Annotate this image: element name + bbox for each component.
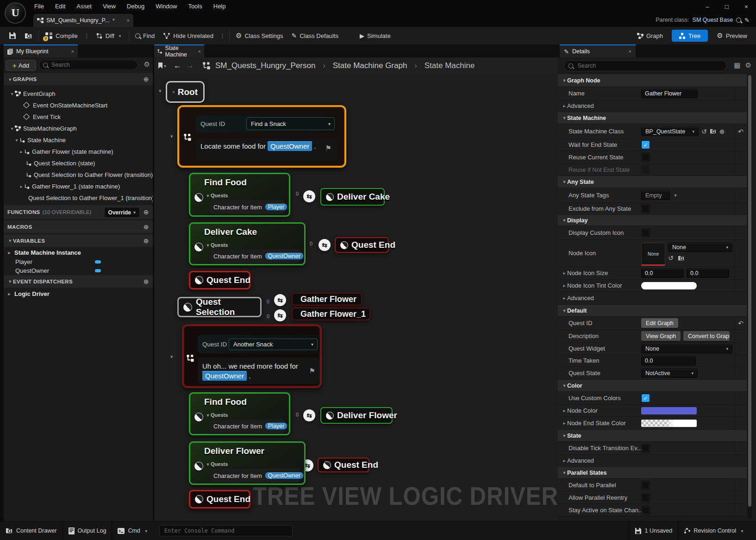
graphs-section-header[interactable]: ▾ GRAPHS ⊕ [4, 73, 153, 85]
reset-to-default-icon[interactable]: ↶ [738, 128, 744, 135]
node-quest-end-compact[interactable]: Quest End [335, 237, 389, 253]
node-find-food-2[interactable]: Find Food ▾Quests Character for Item Pla… [189, 392, 290, 435]
exclude-from-any-state-checkbox[interactable] [641, 204, 650, 213]
quest-description-box[interactable]: Uh oh... we need more food for QuestOwne… [198, 358, 320, 384]
blueprint-search[interactable] [39, 60, 138, 70]
edit-parent-class-icon[interactable]: ✎ [744, 17, 750, 24]
nav-forward-icon[interactable]: → [186, 61, 194, 70]
questowner-pin[interactable]: QuestOwner [265, 472, 303, 479]
row-advanced-display[interactable]: ▸Advanced [558, 292, 747, 305]
breadcrumb-graph[interactable]: State Machine Graph [333, 61, 407, 70]
hide-unrelated-options-icon[interactable]: ⋮ [218, 32, 227, 39]
flag-icon[interactable]: ⚑ [325, 143, 331, 153]
menu-edit[interactable]: Edit [50, 0, 71, 13]
transition-icon[interactable]: ⇆ [274, 294, 286, 306]
section-state[interactable]: ▾State [558, 430, 747, 442]
close-icon[interactable]: × [198, 49, 201, 54]
maximize-button[interactable]: □ [717, 3, 737, 10]
node-icon-size-y-input[interactable] [687, 269, 729, 278]
node-icon-thumbnail[interactable]: None [641, 243, 665, 266]
add-new-asset-icon[interactable]: ⊕ [719, 128, 725, 135]
class-settings-button[interactable]: ⚙ Class Settings [231, 27, 287, 44]
close-button[interactable]: × [737, 3, 756, 10]
name-input[interactable] [641, 89, 698, 98]
graph-view-button[interactable]: Graph [633, 27, 667, 44]
variable-category-state-machine-instance[interactable]: ▸ State Machine Instance [4, 247, 153, 257]
tree-item-gather-flower[interactable]: ▸ Gather Flower (state machine) [4, 146, 153, 157]
add-graph-icon[interactable]: ⊕ [144, 75, 149, 83]
quest-id-dropdown[interactable]: Find a Snack▾ [246, 117, 335, 130]
node-quest-find-a-snack[interactable]: Quest ID Find a Snack▾ Locate some food … [177, 105, 346, 168]
menu-window[interactable]: Window [150, 0, 182, 13]
node-icon-size-x-input[interactable] [641, 269, 684, 278]
row-advanced-graph-node[interactable]: ▸Advanced [558, 100, 747, 112]
display-custom-icon-checkbox[interactable] [641, 228, 650, 237]
menu-tools[interactable]: Tools [182, 0, 207, 13]
asset-tab[interactable]: SM_Quests_Hungry_P... * × [33, 14, 133, 27]
time-taken-input[interactable] [641, 356, 696, 365]
node-icon-dropdown[interactable]: None▾ [668, 243, 732, 252]
node-deliver-flower[interactable]: Deliver Flower ▾Quests Character for Ite… [189, 441, 306, 485]
convert-to-graph-button[interactable]: Convert to Graph [683, 331, 730, 341]
stay-active-checkbox[interactable] [641, 506, 650, 515]
tree-item-eventgraph[interactable]: ▾ EventGraph [4, 88, 153, 99]
transition-icon[interactable]: ⇆ [303, 190, 315, 202]
browse-asset-button[interactable] [20, 27, 37, 44]
questowner-token[interactable]: QuestOwner [268, 141, 312, 151]
nav-back-icon[interactable]: ← [174, 61, 181, 70]
find-button[interactable]: Find [131, 27, 159, 44]
details-settings-gear-icon[interactable]: ⚙ [745, 61, 751, 69]
find-parent-class-icon[interactable] [736, 18, 741, 23]
compile-options-icon[interactable]: ⋮ [82, 32, 92, 39]
quest-id-dropdown[interactable]: Another Snack▾ [229, 339, 318, 350]
graph-canvas[interactable]: TREE VIEW LOGIC DRIVER ▾ Root ▾ Quest ID… [154, 74, 558, 521]
state-machine-class-dropdown[interactable]: BP_QuestState▾ [641, 127, 699, 136]
add-button[interactable]: +Add [6, 60, 36, 71]
quest-widget-dropdown[interactable]: None▾ [641, 344, 732, 353]
tree-view-button[interactable]: Tree [672, 30, 708, 42]
compile-button[interactable]: ? Compile [41, 27, 82, 44]
override-dropdown[interactable]: Override▾ [104, 207, 140, 218]
tree-item-event-tick[interactable]: Event Tick [4, 112, 153, 122]
section-default[interactable]: ▾Default [558, 305, 747, 317]
breadcrumb-asset[interactable]: SM_Quests_Hungry_Person [215, 61, 315, 70]
menu-help[interactable]: Help [208, 0, 231, 13]
minimize-button[interactable]: – [698, 3, 717, 10]
bookmark-icon[interactable]: ▾ [158, 63, 166, 69]
node-color-swatch[interactable] [641, 407, 697, 414]
menu-view[interactable]: View [97, 0, 121, 13]
node-quest-end-compact-2[interactable]: Quest End [318, 458, 369, 472]
content-drawer-button[interactable]: Content Drawer [0, 521, 62, 540]
flag-icon[interactable]: ⚑ [309, 366, 315, 376]
any-state-tags-dropdown[interactable]: Empty [641, 191, 670, 200]
browse-to-asset-icon[interactable] [710, 128, 717, 134]
macros-section-header[interactable]: MACROS ⊕ [4, 220, 153, 233]
tab-state-machine[interactable]: State Machine × [154, 44, 204, 57]
tree-item-gather-flower-1[interactable]: ▸ Gather Flower_1 (state machine) [4, 181, 153, 191]
questowner-token[interactable]: QuestOwner [202, 371, 247, 381]
node-quest-selection[interactable]: Quest Selection [177, 297, 262, 317]
details-search-input[interactable] [576, 62, 722, 69]
output-log-button[interactable]: Output Log [63, 521, 112, 540]
save-button[interactable] [5, 27, 20, 44]
close-icon[interactable]: × [71, 49, 74, 54]
tree-item-logic-driver[interactable]: ▸ Logic Driver [4, 289, 153, 299]
tab-details[interactable]: ✎ Details × [560, 44, 636, 57]
section-any-state[interactable]: ▾Any State [558, 176, 747, 188]
tree-item-event-onstatemachinestart[interactable]: Event OnStateMachineStart [4, 100, 153, 110]
section-color[interactable]: ▾Color [558, 380, 747, 392]
transition-icon[interactable]: ⇆ [319, 239, 331, 251]
breadcrumb-current[interactable]: State Machine [425, 61, 475, 70]
tree-item-quest-selection[interactable]: Quest Selection (state) [4, 158, 153, 168]
add-macro-icon[interactable]: ⊕ [144, 223, 149, 231]
panel-settings-gear-icon[interactable]: ⚙ [144, 60, 150, 69]
player-pin[interactable]: Player [265, 423, 287, 429]
menu-asset[interactable]: Asset [71, 0, 97, 13]
node-quest-end[interactable]: Quest End [189, 271, 250, 289]
preview-button[interactable]: ⚙ Preview [712, 27, 751, 44]
questowner-pin[interactable]: QuestOwner [265, 253, 303, 259]
tree-item-qs-to-gather-flower-1[interactable]: Quest Selection to Gather Flower_1 (tran… [4, 193, 153, 203]
disable-tick-transition-checkbox[interactable] [641, 444, 650, 452]
node-icon-tint-color-swatch[interactable] [641, 282, 697, 289]
menu-debug[interactable]: Debug [121, 0, 150, 13]
